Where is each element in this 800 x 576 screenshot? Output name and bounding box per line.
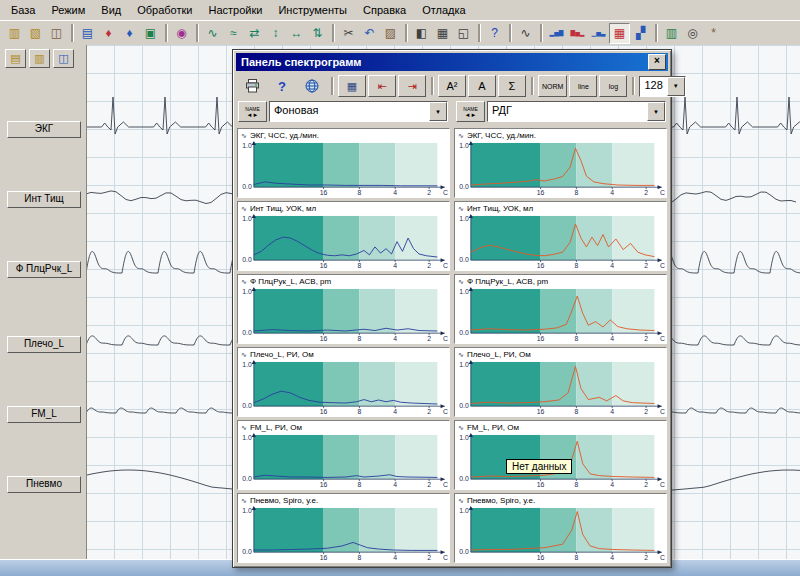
menu-item[interactable]: Справка xyxy=(355,1,414,19)
frequency-band xyxy=(324,216,360,260)
open-exam-icon: ▧ xyxy=(30,27,41,39)
log-button[interactable]: log xyxy=(599,75,627,97)
print-button[interactable] xyxy=(238,75,266,97)
channel-label[interactable]: FM_L xyxy=(7,406,81,423)
amplitude-button[interactable]: A xyxy=(468,75,496,97)
channels-button[interactable]: ⇅ xyxy=(307,23,328,44)
spectrum-button[interactable]: ▁▅▃ xyxy=(588,23,609,44)
fit-left-button[interactable]: ⇤ xyxy=(368,75,396,97)
frequency-band xyxy=(395,508,437,552)
trace-icon: ∿ xyxy=(458,278,464,285)
fft-size-combo[interactable]: 128▼ xyxy=(639,76,685,97)
copy-button[interactable]: ◧ xyxy=(411,23,432,44)
undo-button[interactable]: ↶ xyxy=(359,23,380,44)
table-button[interactable]: ▥ xyxy=(661,23,682,44)
spectrum-plot: ∿Инт Тищ, УОК, мл168421.00.0C xyxy=(237,201,450,271)
x-axis-unit: C xyxy=(443,554,448,561)
exams-button[interactable]: ♦ xyxy=(119,23,140,44)
compare-button[interactable]: ⇄ xyxy=(244,23,265,44)
combo-row: NAME ◄► Фоновая ▼ NAME ◄► РДГ ▼ xyxy=(236,101,668,127)
chevron-down-icon[interactable]: ▼ xyxy=(647,102,665,121)
menu-item[interactable]: Настройки xyxy=(200,1,270,19)
toolbar-separator xyxy=(405,24,407,42)
horizontal-scale-button[interactable]: ↔ xyxy=(286,23,307,44)
menu-item[interactable]: Обработки xyxy=(129,1,200,19)
sum-button[interactable]: Σ xyxy=(498,75,526,97)
printer-icon xyxy=(245,79,260,93)
histogram-button[interactable]: ▂▅▇ xyxy=(546,23,567,44)
spectrum-plot-canvas: 168421.00.0C xyxy=(455,287,666,343)
channel-label[interactable]: Ф ПлцРчк_L xyxy=(7,261,81,278)
x-tick-label: 2 xyxy=(644,335,648,342)
menu-item[interactable]: Отладка xyxy=(414,1,473,19)
menu-item[interactable]: Вид xyxy=(93,1,129,19)
plot-header: ∿Ф ПлцРук_L, АСВ, pm xyxy=(238,275,449,287)
chevron-down-icon[interactable]: ▼ xyxy=(429,102,447,121)
frequency-band xyxy=(612,143,654,187)
close-icon[interactable]: × xyxy=(648,54,666,70)
spectrogram-panel-button[interactable]: ▦ xyxy=(609,23,630,44)
sidebar-tools: ▤▥◫ xyxy=(0,45,86,72)
card-file-button[interactable]: ◫ xyxy=(46,23,67,44)
help-button[interactable]: ? xyxy=(268,75,296,97)
view-button[interactable]: ◎ xyxy=(682,23,703,44)
amplitude-squared-button[interactable]: A² xyxy=(438,75,466,97)
channel-label[interactable]: Плечо_L xyxy=(7,336,81,353)
scatter-button[interactable]: ▞ xyxy=(630,23,651,44)
trend-button[interactable]: ▇▅▂ xyxy=(567,23,588,44)
pages-button[interactable]: ◫ xyxy=(53,49,74,68)
chevron-down-icon[interactable]: ▼ xyxy=(667,77,685,96)
right-series-combo[interactable]: РДГ ▼ xyxy=(487,101,666,122)
database-button[interactable]: ▤ xyxy=(77,23,98,44)
dialog-title-bar[interactable]: Панель спектрограмм × xyxy=(236,53,668,71)
line-button[interactable]: line xyxy=(569,75,597,97)
print-button[interactable]: ▦ xyxy=(432,23,453,44)
x-tick-label: 8 xyxy=(357,335,361,342)
menu-item[interactable]: Инструменты xyxy=(270,1,355,19)
patients-icon: ♦ xyxy=(105,27,111,39)
world-button[interactable] xyxy=(298,75,326,97)
spectrum-icon: ▁▅▃ xyxy=(592,30,606,36)
channel-label[interactable]: Пневмо xyxy=(7,476,81,493)
protocols-button[interactable]: ▣ xyxy=(140,23,161,44)
copy-page-button[interactable]: ▥ xyxy=(29,49,50,68)
help-button[interactable]: ? xyxy=(484,23,505,44)
menu-item[interactable]: База xyxy=(3,1,43,19)
smooth-button[interactable]: ≈ xyxy=(223,23,244,44)
fit-right-label: ⇥ xyxy=(407,80,416,93)
open-exam-button[interactable]: ▧ xyxy=(25,23,46,44)
preview-button[interactable]: ◱ xyxy=(453,23,474,44)
x-tick-label: 4 xyxy=(393,408,397,415)
frequency-band xyxy=(395,143,437,187)
channel-label[interactable]: ЭКГ xyxy=(7,121,81,138)
channel-label[interactable]: Инт Тищ xyxy=(7,191,81,208)
name-button-left[interactable]: NAME ◄► xyxy=(238,101,267,122)
signal-button[interactable]: ∿ xyxy=(202,23,223,44)
frequency-band xyxy=(359,508,395,552)
x-tick-label: 2 xyxy=(427,189,431,196)
grid-button[interactable]: ▦ xyxy=(338,75,366,97)
grid-label: ▦ xyxy=(347,80,357,93)
protocols-icon: ▣ xyxy=(145,27,156,39)
help-icon: ? xyxy=(491,27,498,39)
line-label: line xyxy=(578,83,589,90)
frequency-band xyxy=(324,143,360,187)
norm-button[interactable]: NORM xyxy=(538,75,567,97)
frequency-band xyxy=(541,289,577,333)
new-page-button[interactable]: ▤ xyxy=(5,49,26,68)
plot-title-text: Плечо_L, РИ, Ом xyxy=(250,350,314,359)
cut-button[interactable]: ✂ xyxy=(338,23,359,44)
x-axis-unit: C xyxy=(660,262,665,269)
oscilloscope-button[interactable]: ∿ xyxy=(515,23,536,44)
vertical-scale-button[interactable]: ↕ xyxy=(265,23,286,44)
settings-button[interactable]: * xyxy=(703,23,724,44)
frequency-band xyxy=(395,289,437,333)
erase-button[interactable]: ▨ xyxy=(380,23,401,44)
new-exam-button[interactable]: ▥ xyxy=(4,23,25,44)
name-button-right[interactable]: NAME ◄► xyxy=(456,101,485,122)
patients-button[interactable]: ♦ xyxy=(98,23,119,44)
fit-right-button[interactable]: ⇥ xyxy=(398,75,426,97)
left-series-combo[interactable]: Фоновая ▼ xyxy=(269,101,448,122)
menu-item[interactable]: Режим xyxy=(43,1,93,19)
record-button[interactable]: ◉ xyxy=(171,23,192,44)
